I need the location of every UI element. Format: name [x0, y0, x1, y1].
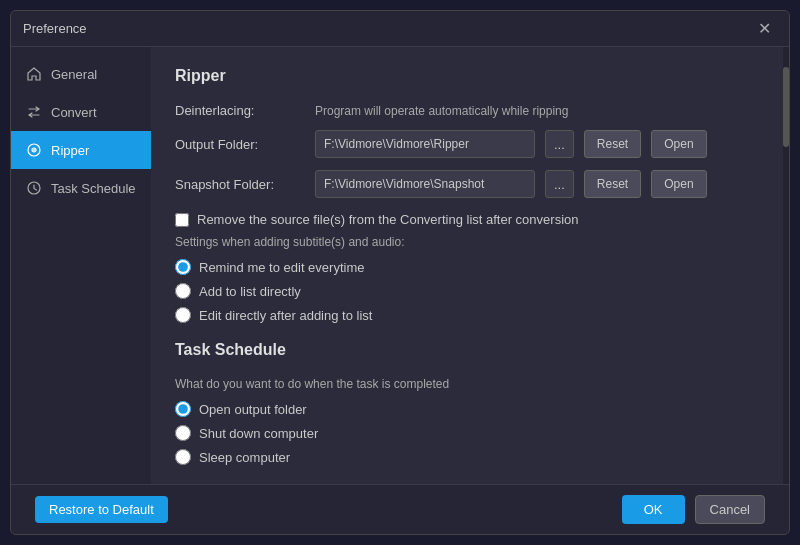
output-folder-open-button[interactable]: Open [651, 130, 706, 158]
deinterlacing-row: Deinterlacing: Program will operate auto… [175, 103, 759, 118]
deinterlacing-value: Program will operate automatically while… [315, 104, 568, 118]
snapshot-folder-row: Snapshot Folder: ... Reset Open [175, 170, 759, 198]
ok-cancel-group: OK Cancel [622, 495, 765, 524]
radio-sleep[interactable] [175, 449, 191, 465]
radio-edit-direct[interactable] [175, 307, 191, 323]
bottom-bar: Restore to Default OK Cancel [11, 484, 789, 534]
scrollbar-track [783, 47, 789, 484]
snapshot-folder-open-button[interactable]: Open [651, 170, 706, 198]
output-folder-dots-button[interactable]: ... [545, 130, 574, 158]
sidebar-item-general[interactable]: General [11, 55, 151, 93]
task-schedule-title: Task Schedule [175, 341, 759, 363]
snapshot-folder-dots-button[interactable]: ... [545, 170, 574, 198]
radio-sleep-row: Sleep computer [175, 449, 759, 465]
sidebar-item-task-schedule[interactable]: Task Schedule [11, 169, 151, 207]
radio-shut-down-label: Shut down computer [199, 426, 318, 441]
title-bar: Preference ✕ [11, 11, 789, 47]
radio-add-direct[interactable] [175, 283, 191, 299]
radio-open-output-label: Open output folder [199, 402, 307, 417]
radio-add-direct-label: Add to list directly [199, 284, 301, 299]
dialog-title: Preference [23, 21, 87, 36]
cancel-button[interactable]: Cancel [695, 495, 765, 524]
sidebar: General Convert Ripper [11, 47, 151, 484]
deinterlacing-label: Deinterlacing: [175, 103, 305, 118]
radio-edit-direct-row: Edit directly after adding to list [175, 307, 759, 323]
snapshot-folder-label: Snapshot Folder: [175, 177, 305, 192]
sidebar-task-label: Task Schedule [51, 181, 136, 196]
output-folder-input[interactable] [315, 130, 535, 158]
radio-shut-down-row: Shut down computer [175, 425, 759, 441]
output-folder-reset-button[interactable]: Reset [584, 130, 641, 158]
task-schedule-divider: Task Schedule [175, 341, 759, 363]
scrollbar-thumb[interactable] [783, 67, 789, 147]
content-area: General Convert Ripper [11, 47, 789, 484]
home-icon [25, 65, 43, 83]
sidebar-convert-label: Convert [51, 105, 97, 120]
svg-point-2 [33, 149, 35, 151]
sidebar-item-convert[interactable]: Convert [11, 93, 151, 131]
output-folder-label: Output Folder: [175, 137, 305, 152]
radio-remind[interactable] [175, 259, 191, 275]
radio-open-output-row: Open output folder [175, 401, 759, 417]
ripper-icon [25, 141, 43, 159]
remove-source-label: Remove the source file(s) from the Conve… [197, 212, 579, 227]
radio-open-output[interactable] [175, 401, 191, 417]
radio-edit-direct-label: Edit directly after adding to list [199, 308, 372, 323]
convert-icon [25, 103, 43, 121]
task-schedule-description: What do you want to do when the task is … [175, 377, 759, 391]
clock-icon [25, 179, 43, 197]
sidebar-ripper-label: Ripper [51, 143, 89, 158]
radio-remind-label: Remind me to edit everytime [199, 260, 364, 275]
output-folder-row: Output Folder: ... Reset Open [175, 130, 759, 158]
sidebar-general-label: General [51, 67, 97, 82]
subtitle-audio-label: Settings when adding subtitle(s) and aud… [175, 235, 759, 249]
snapshot-folder-input[interactable] [315, 170, 535, 198]
ok-button[interactable]: OK [622, 495, 685, 524]
radio-add-direct-row: Add to list directly [175, 283, 759, 299]
sidebar-item-ripper[interactable]: Ripper [11, 131, 151, 169]
ripper-section-title: Ripper [175, 67, 759, 89]
snapshot-folder-reset-button[interactable]: Reset [584, 170, 641, 198]
close-button[interactable]: ✕ [752, 17, 777, 40]
radio-remind-row: Remind me to edit everytime [175, 259, 759, 275]
main-panel: Ripper Deinterlacing: Program will opera… [151, 47, 783, 484]
radio-sleep-label: Sleep computer [199, 450, 290, 465]
radio-shut-down[interactable] [175, 425, 191, 441]
restore-default-button[interactable]: Restore to Default [35, 496, 168, 523]
preference-dialog: Preference ✕ General Convert [10, 10, 790, 535]
remove-source-checkbox[interactable] [175, 213, 189, 227]
remove-source-row: Remove the source file(s) from the Conve… [175, 212, 759, 227]
